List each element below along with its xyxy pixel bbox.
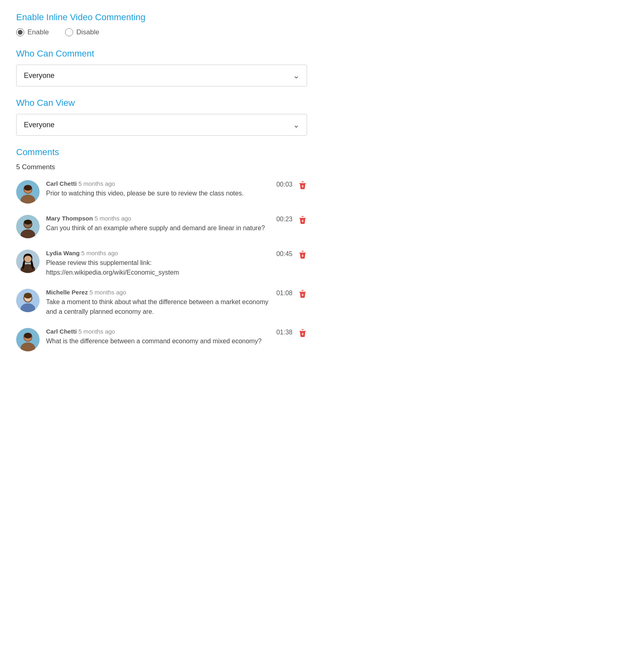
svg-point-39: [24, 333, 32, 338]
who-can-view-section: Who Can View Everyone Instructors Only S…: [16, 98, 307, 136]
comment-item: Carl Chetti 5 months ago What is the dif…: [16, 328, 307, 351]
comment-timestamp: 00:45: [276, 250, 293, 258]
comment-right: 01:38: [276, 328, 307, 338]
comment-right: 00:45: [276, 250, 307, 259]
comment-text: What is the difference between a command…: [46, 336, 270, 346]
comment-text: Please review this supplemental link: ht…: [46, 258, 270, 277]
svg-rect-25: [303, 254, 303, 257]
avatar: [16, 328, 40, 351]
comment-time: 5 months ago: [95, 215, 131, 222]
comment-body: Lydia Wang 5 months ago Please review th…: [46, 250, 270, 277]
comment-body: Michelle Perez 5 months ago Take a momen…: [46, 289, 270, 317]
comment-author: Michelle Perez: [46, 289, 88, 296]
comment-timestamp: 01:38: [276, 329, 293, 336]
comment-author: Lydia Wang: [46, 250, 80, 256]
comment-item: Michelle Perez 5 months ago Take a momen…: [16, 289, 307, 317]
enable-radio[interactable]: [16, 28, 24, 36]
comment-body: Carl Chetti 5 months ago What is the dif…: [46, 328, 270, 346]
svg-rect-43: [303, 333, 303, 335]
svg-rect-33: [302, 294, 302, 296]
inline-video-title: Enable Inline Video Commenting: [16, 12, 307, 23]
avatar: [16, 250, 40, 273]
comment-time: 5 months ago: [78, 328, 115, 335]
comments-section: Comments 5 Comments Carl Chetti 5 months…: [16, 147, 307, 351]
svg-rect-34: [303, 294, 303, 296]
comment-item: Carl Chetti 5 months ago Prior to watchi…: [16, 180, 307, 204]
comment-item: Mary Thompson 5 months ago Can you think…: [16, 215, 307, 238]
who-can-view-select[interactable]: Everyone Instructors Only Students and I…: [16, 114, 307, 136]
comment-right: 01:08: [276, 289, 307, 298]
comment-time: 5 months ago: [78, 180, 115, 187]
comment-right: 00:03: [276, 180, 307, 190]
svg-rect-15: [301, 216, 304, 217]
trash-icon: [298, 181, 307, 190]
svg-rect-24: [302, 254, 302, 257]
avatar: [16, 215, 40, 238]
delete-comment-button[interactable]: [298, 329, 307, 338]
comment-timestamp: 00:03: [276, 181, 293, 188]
svg-rect-8: [303, 185, 303, 187]
delete-comment-button[interactable]: [298, 290, 307, 298]
disable-radio[interactable]: [65, 28, 73, 36]
svg-rect-23: [301, 251, 304, 252]
delete-comment-button[interactable]: [298, 216, 307, 225]
comment-meta: Michelle Perez 5 months ago: [46, 289, 270, 296]
inline-video-section: Enable Inline Video Commenting Enable Di…: [16, 12, 307, 36]
delete-comment-button[interactable]: [298, 181, 307, 190]
avatar: [16, 289, 40, 312]
comment-time: 5 months ago: [90, 289, 126, 296]
trash-icon: [298, 250, 307, 259]
enable-radio-label[interactable]: Enable: [16, 28, 49, 36]
comment-author: Carl Chetti: [46, 180, 77, 187]
comment-item: Lydia Wang 5 months ago Please review th…: [16, 250, 307, 277]
comment-text: Prior to watching this video, please be …: [46, 189, 270, 198]
who-can-comment-dropdown-wrapper: Everyone Instructors Only Students and I…: [16, 65, 307, 86]
comment-timestamp: 01:08: [276, 290, 293, 297]
enable-label: Enable: [27, 28, 49, 36]
trash-icon: [298, 329, 307, 338]
svg-rect-41: [301, 329, 304, 330]
comments-title: Comments: [16, 147, 307, 158]
delete-comment-button[interactable]: [298, 250, 307, 259]
disable-radio-label[interactable]: Disable: [65, 28, 99, 36]
comments-count: 5 Comments: [16, 163, 307, 171]
svg-point-13: [24, 220, 32, 225]
comments-list: Carl Chetti 5 months ago Prior to watchi…: [16, 180, 307, 351]
svg-rect-5: [299, 183, 306, 184]
who-can-comment-select[interactable]: Everyone Instructors Only Students and I…: [16, 65, 307, 86]
svg-rect-42: [302, 333, 302, 335]
svg-rect-32: [301, 290, 304, 291]
svg-rect-22: [299, 253, 306, 254]
trash-icon: [298, 290, 307, 298]
svg-point-30: [24, 293, 32, 298]
svg-rect-14: [299, 218, 306, 219]
svg-rect-40: [299, 331, 306, 332]
svg-rect-7: [302, 185, 302, 187]
svg-point-4: [24, 185, 32, 191]
comment-timestamp: 00:23: [276, 216, 293, 223]
comment-time: 5 months ago: [81, 250, 118, 256]
comment-meta: Lydia Wang 5 months ago: [46, 250, 270, 256]
disable-label: Disable: [76, 28, 99, 36]
who-can-comment-title: Who Can Comment: [16, 48, 307, 59]
svg-rect-16: [302, 220, 302, 222]
svg-rect-31: [299, 292, 306, 293]
inline-video-radio-group: Enable Disable: [16, 28, 307, 36]
comment-text: Can you think of an example where supply…: [46, 223, 270, 233]
comment-meta: Mary Thompson 5 months ago: [46, 215, 270, 222]
who-can-comment-section: Who Can Comment Everyone Instructors Onl…: [16, 48, 307, 86]
comment-body: Mary Thompson 5 months ago Can you think…: [46, 215, 270, 233]
avatar: [16, 180, 40, 204]
comment-meta: Carl Chetti 5 months ago: [46, 328, 270, 335]
comment-author: Mary Thompson: [46, 215, 93, 222]
svg-rect-17: [303, 220, 303, 222]
comment-right: 00:23: [276, 215, 307, 225]
comment-author: Carl Chetti: [46, 328, 77, 335]
comment-meta: Carl Chetti 5 months ago: [46, 180, 270, 187]
comment-text: Take a moment to think about what the di…: [46, 297, 270, 317]
svg-rect-6: [301, 181, 304, 182]
comment-body: Carl Chetti 5 months ago Prior to watchi…: [46, 180, 270, 198]
who-can-view-dropdown-wrapper: Everyone Instructors Only Students and I…: [16, 114, 307, 136]
trash-icon: [298, 216, 307, 225]
who-can-view-title: Who Can View: [16, 98, 307, 108]
